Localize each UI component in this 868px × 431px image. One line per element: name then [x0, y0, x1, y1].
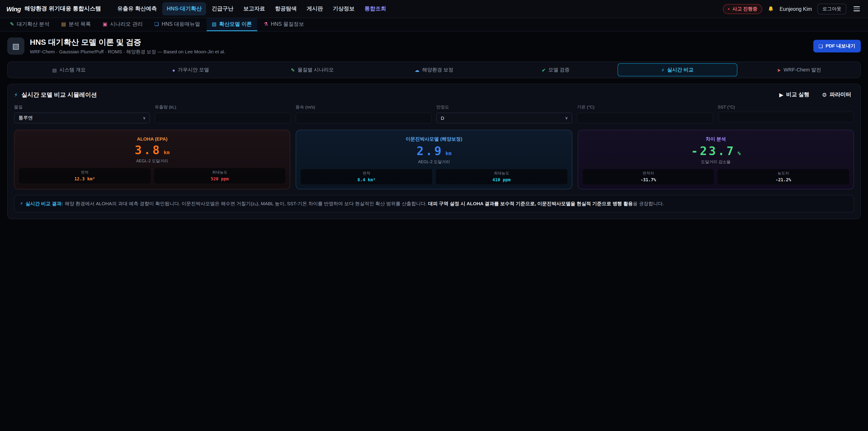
chevron-down-icon: ∨	[143, 116, 146, 120]
card-stats: 면적차 -31.7% 농도차 -21.2%	[583, 169, 849, 184]
card-value-row: 2.9 km	[301, 144, 567, 158]
stat-value: -21.2%	[719, 177, 848, 182]
field-label: 풍속 (m/s)	[296, 104, 432, 110]
incident-label: 사고 진행중	[733, 6, 757, 12]
pdf-export-button[interactable]: ❏ PDF 내보내기	[813, 40, 861, 53]
tab-wrf-chem[interactable]: ➤ WRF-Chem 발전	[739, 63, 859, 76]
subtab-atmos-analysis[interactable]: ✎ 대기확산 분석	[4, 18, 55, 31]
play-icon: ▶	[779, 92, 783, 98]
stat-label: 면적	[20, 170, 149, 175]
field-wind-speed: 풍속 (m/s)	[296, 104, 432, 123]
menu-hamburger-icon[interactable]	[852, 4, 862, 13]
page-title: HNS 대기확산 모델 이론 및 검증	[30, 37, 225, 48]
parameters-button[interactable]: ⚙ 파라미터	[819, 90, 854, 99]
field-label: 안정도	[436, 104, 572, 110]
tab-system-overview[interactable]: ▤ 시스템 개요	[9, 63, 129, 76]
nav-item-oil-spill[interactable]: 유출유 확산예측	[113, 2, 161, 16]
app-root: Wing 해양환경 위기대응 통합시스템 유출유 확산예측 HNS·대기확산 긴…	[0, 0, 868, 431]
field-substance: 물질 톨루엔 ∨	[14, 104, 150, 123]
field-label: 유출량 (kL)	[155, 104, 291, 110]
card-value: 2.9	[416, 144, 443, 158]
tab-gaussian-model[interactable]: ● 가우시안 모델	[131, 63, 250, 76]
subtab-hns-substance-info[interactable]: ⚗ HNS 물질정보	[258, 18, 309, 31]
subtab-hns-manual[interactable]: ❏ HNS 대응매뉴얼	[149, 18, 206, 31]
flask-icon: ⚗	[264, 21, 268, 27]
notifications-bell-icon[interactable]	[768, 6, 774, 12]
stat-label: 면적차	[583, 171, 713, 176]
subtab-label: 확산모델 이론	[219, 21, 252, 28]
tab-label: 물질별 시나리오	[298, 66, 334, 73]
model-card-lee-moonjin: 이문진박사모델 (해양보정) 2.9 km AEGL-2 도달거리 면적 8.4…	[296, 130, 572, 189]
air-temp-input[interactable]	[577, 113, 713, 123]
stat-concentration-diff: 농도차 -21.2%	[718, 169, 849, 184]
subtab-label: 시나리오 관리	[110, 21, 143, 28]
lightning-icon: ⚡	[20, 201, 23, 206]
section-tabs: ▤ 시스템 개요 ● 가우시안 모델 ✎ 물질별 시나리오 ☁ 해양환경 보정 …	[7, 61, 861, 78]
nav-item-rescue[interactable]: 긴급구난	[207, 2, 238, 16]
subtab-label: HNS 대응매뉴얼	[162, 21, 200, 28]
sub-navigation-bar: ✎ 대기확산 분석 ▤ 분석 목록 ▣ 시나리오 관리 ❏ HNS 대응매뉴얼 …	[0, 18, 868, 32]
subtab-label: HNS 물질정보	[271, 21, 304, 28]
field-stability: 안정도 D ∨	[436, 104, 572, 123]
nav-item-reports[interactable]: 보고자료	[239, 2, 270, 16]
stat-label: 면적	[302, 171, 431, 176]
note-body: 해양 환경에서 ALOHA의 과대 예측 경향이 확인됩니다. 이문진박사모델은…	[65, 201, 428, 206]
sst-input[interactable]	[718, 112, 854, 123]
card-subtitle: AEGL-2 도달거리	[301, 159, 567, 165]
wind-speed-input[interactable]	[296, 113, 432, 123]
chart-icon: ▧	[212, 21, 217, 27]
selected-value: D	[441, 115, 444, 121]
stat-area-diff: 면적차 -31.7%	[583, 169, 714, 184]
page-subtitle: WRF-Chem · Gaussian Plume/Puff · ROMS · …	[30, 49, 225, 55]
stat-max-concentration: 최대농도 520 ppm	[154, 168, 285, 184]
run-comparison-button[interactable]: ▶ 비교 실행	[776, 90, 812, 99]
tab-substance-scenarios[interactable]: ✎ 물질별 시나리오	[252, 63, 372, 76]
card-value: -23.7	[691, 144, 736, 158]
card-title: 차이 분석	[583, 136, 849, 143]
status-dot-icon: ●	[727, 7, 730, 10]
stat-value: 410 ppm	[437, 177, 566, 182]
brand: Wing 해양환경 위기대응 통합시스템	[6, 5, 101, 13]
nav-item-hns-atmos[interactable]: HNS·대기확산	[162, 2, 206, 16]
subtab-diffusion-model-theory[interactable]: ▧ 확산모델 이론	[206, 18, 257, 31]
note-label: 실시간 비교 결과:	[26, 201, 63, 206]
card-stats: 면적 12.3 km² 최대농도 520 ppm	[19, 168, 285, 184]
card-stats: 면적 8.4 km² 최대농도 410 ppm	[301, 169, 567, 184]
lightning-icon: ⚡	[14, 92, 18, 98]
stability-select[interactable]: D ∨	[436, 113, 572, 123]
clipboard-icon: ▣	[103, 21, 107, 27]
card-title: 이문진박사모델 (해양보정)	[301, 136, 567, 143]
card-value: 3.8	[135, 143, 161, 157]
nav-item-integrated-search[interactable]: 통합조회	[360, 2, 391, 16]
pencil-icon: ✎	[10, 21, 14, 27]
nav-item-air-search[interactable]: 항공탐색	[270, 2, 301, 16]
nav-item-board[interactable]: 게시판	[302, 2, 327, 16]
substance-select[interactable]: 톨루엔 ∨	[14, 113, 150, 123]
difference-analysis-card: 차이 분석 -23.7 % 도달거리 감소율 면적차 -31.7% 농도차 -2…	[578, 130, 854, 189]
card-value-row: 3.8 km	[19, 143, 285, 157]
selected-value: 톨루엔	[19, 115, 33, 121]
card-unit: %	[738, 151, 741, 156]
spill-volume-input[interactable]	[155, 113, 291, 123]
stat-label: 최대농도	[155, 170, 284, 175]
logout-button[interactable]: 로그아웃	[817, 3, 846, 14]
tab-label: 실시간 비교	[667, 66, 693, 73]
note-emphasis: 대피 구역 설정 시 ALOHA 결과를 보수적 기준으로, 이문진박사모델을 …	[428, 201, 633, 206]
comparison-cards: ALOHA (EPA) 3.8 km AEGL-2 도달거리 면적 12.3 k…	[14, 130, 854, 189]
incident-status-badge: ● 사고 진행중	[723, 4, 762, 14]
comparison-result-note: ⚡실시간 비교 결과:해양 환경에서 ALOHA의 과대 예측 경향이 확인됩니…	[14, 195, 854, 212]
tab-label: 해양환경 보정	[422, 66, 453, 73]
cloud-icon: ☁	[414, 67, 419, 72]
subtab-analysis-list[interactable]: ▤ 분석 목록	[56, 18, 96, 31]
field-label: 기온 (°C)	[577, 104, 713, 110]
tab-model-validation[interactable]: ✔ 모델 검증	[496, 63, 616, 76]
tab-marine-correction[interactable]: ☁ 해양환경 보정	[374, 63, 494, 76]
subtab-scenario-management[interactable]: ▣ 시나리오 관리	[97, 18, 148, 31]
stat-max-concentration: 최대농도 410 ppm	[436, 169, 567, 184]
topnav-right: ● 사고 진행중 Eunjeong Kim 로그아웃	[723, 3, 862, 14]
tab-realtime-comparison[interactable]: ⚡ 실시간 비교	[617, 63, 737, 76]
page-chart-icon: ▧	[7, 37, 24, 55]
tab-label: WRF-Chem 발전	[784, 66, 821, 73]
field-label: SST (°C)	[718, 104, 854, 110]
nav-item-weather[interactable]: 기상정보	[328, 2, 359, 16]
